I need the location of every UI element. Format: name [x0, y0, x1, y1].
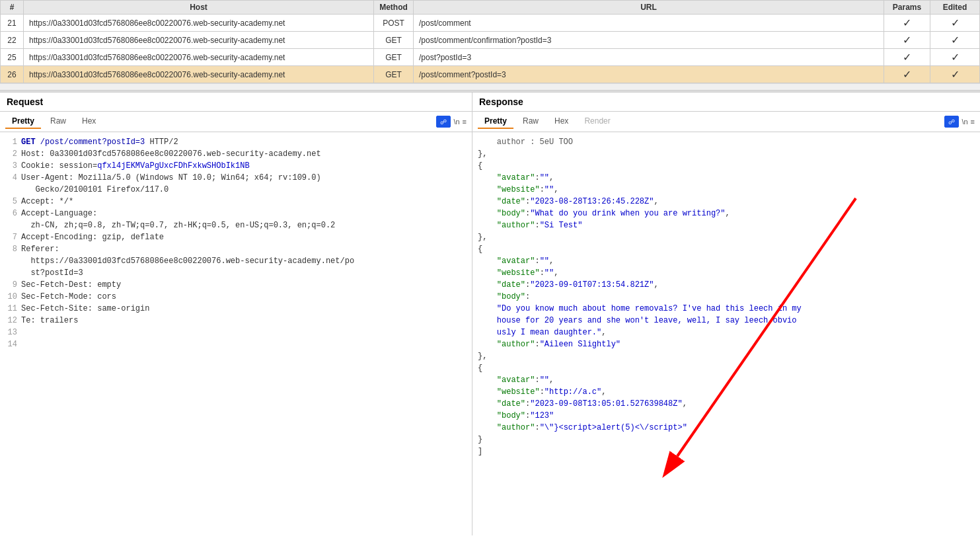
table-row[interactable]: 26 https://0a33001d03fcd5768086ee8c00220…: [1, 66, 980, 83]
line-number: 1: [5, 136, 17, 148]
response-line: {: [478, 243, 975, 255]
cell-host: https://0a33001d03fcd5768086ee8c00220076…: [24, 15, 374, 32]
response-line: "author":"\"}<script>alert(5)<\/script>": [478, 422, 975, 434]
request-tabs-bar: Pretty Raw Hex ☍ \n ≡: [0, 112, 472, 132]
request-line: zh-CN, zh;q=0.8, zh-TW;q=0.7, zh-HK;q=0.…: [5, 219, 467, 231]
cell-params: ✓: [884, 66, 930, 83]
request-line: 13: [5, 327, 467, 338]
response-ln-toggle[interactable]: \n: [961, 118, 967, 126]
request-line: Gecko/20100101 Firefox/117.0: [5, 184, 467, 196]
line-number: 6: [5, 208, 17, 219]
response-line: "website":"",: [478, 267, 975, 279]
cell-url: /post/comment: [414, 15, 884, 32]
response-line: "body":: [478, 291, 975, 303]
request-copy-btn[interactable]: ☍: [436, 116, 451, 128]
response-line: author : 5eU TOO: [478, 136, 975, 148]
cell-num: 21: [1, 15, 24, 32]
cell-num: 25: [1, 49, 24, 66]
request-line: 3Cookie: session=qfxl4jEKMVaPgUxcFDhFxkw…: [5, 160, 467, 172]
col-header-edited: Edited: [930, 1, 980, 15]
tab-request-raw[interactable]: Raw: [44, 114, 73, 129]
request-line: 7Accept-Encoding: gzip, deflate: [5, 231, 467, 243]
tab-response-raw[interactable]: Raw: [516, 114, 545, 129]
request-ln-toggle[interactable]: \n: [453, 118, 459, 126]
response-line: "website":"",: [478, 184, 975, 196]
request-line: st?postId=3: [5, 267, 467, 279]
requests-table: # Host Method URL Params Edited 21 https…: [0, 0, 980, 83]
request-panel: Request Pretty Raw Hex ☍ \n ≡ 1GET /post…: [0, 93, 472, 535]
response-line: "date":"2023-09-08T13:05:01.527639848Z",: [478, 398, 975, 410]
tab-request-hex[interactable]: Hex: [75, 114, 102, 129]
col-header-url: URL: [414, 1, 884, 15]
cell-edited: ✓: [930, 49, 980, 66]
top-table-wrapper: # Host Method URL Params Edited 21 https…: [0, 0, 980, 90]
tab-response-render[interactable]: Render: [578, 114, 617, 129]
response-menu-icon[interactable]: ≡: [971, 118, 975, 126]
line-number: 4: [5, 172, 17, 184]
request-line: 5Accept: */*: [5, 196, 467, 208]
cell-url: /post/comment/confirmation?postId=3: [414, 32, 884, 49]
response-line: "website":"http://a.c",: [478, 386, 975, 398]
response-line: "author":"Aileen Slightly": [478, 338, 975, 350]
col-header-hash: #: [1, 1, 24, 15]
copy-icon-resp: ☍: [948, 118, 955, 126]
response-line: "avatar":"",: [478, 172, 975, 184]
table-row[interactable]: 25 https://0a33001d03fcd5768086ee8c00220…: [1, 49, 980, 66]
line-number: 7: [5, 231, 17, 243]
request-line: 9Sec-Fetch-Dest: empty: [5, 279, 467, 291]
request-menu-icon[interactable]: ≡: [463, 118, 467, 126]
line-number: 13: [5, 327, 17, 338]
tab-response-pretty[interactable]: Pretty: [478, 114, 513, 129]
cell-host: https://0a33001d03fcd5768086ee8c00220076…: [24, 49, 374, 66]
request-line: 10Sec-Fetch-Mode: cors: [5, 291, 467, 303]
cell-method: GET: [374, 49, 414, 66]
table-row[interactable]: 21 https://0a33001d03fcd5768086ee8c00220…: [1, 15, 980, 32]
request-line: 4User-Agent: Mozilla/5.0 (Windows NT 10.…: [5, 172, 467, 184]
request-line: 8Referer:: [5, 243, 467, 255]
line-number: 2: [5, 148, 17, 160]
response-copy-btn[interactable]: ☍: [944, 116, 959, 128]
request-content: 1GET /post/comment?postId=3 HTTP/22Host:…: [0, 132, 472, 535]
cell-edited: ✓: [930, 15, 980, 32]
response-line: "author":"Si Test": [478, 219, 975, 231]
line-number: 9: [5, 279, 17, 291]
response-line: {: [478, 362, 975, 374]
response-content-wrapper: author : 5eU TOO},{ "avatar":"", "websit…: [472, 132, 980, 535]
line-number: 8: [5, 243, 17, 255]
request-panel-title: Request: [0, 93, 472, 112]
response-line: "body":"What do you drink when you are w…: [478, 208, 975, 219]
request-toolbar: ☍ \n ≡: [436, 116, 467, 128]
copy-icon: ☍: [440, 118, 447, 126]
tab-request-pretty[interactable]: Pretty: [5, 114, 41, 129]
cell-host: https://0a33001d03fcd5768086ee8c00220076…: [24, 32, 374, 49]
cell-num: 26: [1, 66, 24, 83]
cell-host: https://0a33001d03fcd5768086ee8c00220076…: [24, 66, 374, 83]
response-line: house for 20 years and she won't leave, …: [478, 315, 975, 327]
line-number: 5: [5, 196, 17, 208]
response-line: },: [478, 231, 975, 243]
response-line: ]: [478, 446, 975, 457]
horizontal-scrollbar[interactable]: [0, 83, 980, 90]
line-number: 12: [5, 315, 17, 327]
line-number: 11: [5, 303, 17, 315]
response-line: },: [478, 350, 975, 362]
cell-method: GET: [374, 66, 414, 83]
response-line: "date":"2023-08-28T13:26:45.228Z",: [478, 196, 975, 208]
response-line: "avatar":"",: [478, 255, 975, 267]
table-row[interactable]: 22 https://0a33001d03fcd5768086ee8c00220…: [1, 32, 980, 49]
line-number: 10: [5, 291, 17, 303]
response-line: "Do you know much about home removals? I…: [478, 303, 975, 315]
cell-url: /post/comment?postId=3: [414, 66, 884, 83]
cell-params: ✓: [884, 49, 930, 66]
response-toolbar: ☍ \n ≡: [944, 116, 975, 128]
tab-response-hex[interactable]: Hex: [548, 114, 575, 129]
request-line: 14: [5, 338, 467, 350]
request-line: https://0a33001d03fcd5768086ee8c00220076…: [5, 255, 467, 267]
cell-params: ✓: [884, 32, 930, 49]
request-line: 1GET /post/comment?postId=3 HTTP/2: [5, 136, 467, 148]
bottom-panels: Request Pretty Raw Hex ☍ \n ≡ 1GET /post…: [0, 93, 980, 535]
col-header-params: Params: [884, 1, 930, 15]
response-line: "date":"2023-09-01T07:13:54.821Z",: [478, 279, 975, 291]
request-line: 2Host: 0a33001d03fcd5768086ee8c00220076.…: [5, 148, 467, 160]
response-line: },: [478, 148, 975, 160]
